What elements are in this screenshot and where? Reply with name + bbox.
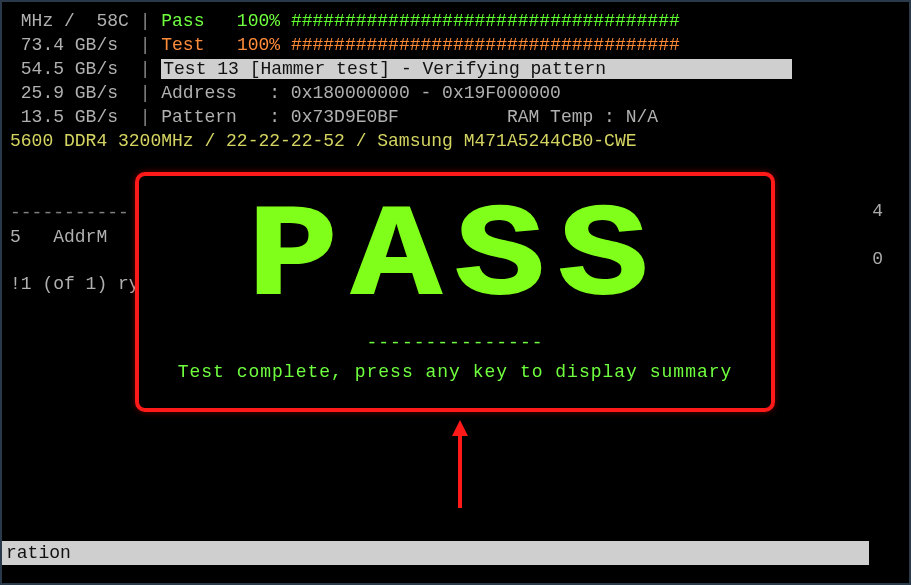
pass-label: Pass (161, 11, 204, 31)
line-pass: MHz / 58C | Pass 100% ##################… (10, 10, 909, 34)
current-test: Test 13 [Hammer test] - Verifying patter… (161, 59, 792, 79)
footer-bar: ration (2, 541, 869, 565)
line-testname: 54.5 GB/s | Test 13 [Hammer test] - Veri… (10, 58, 909, 82)
line-test: 73.4 GB/s | Test 100% ##################… (10, 34, 909, 58)
pass-message: Test complete, press any key to display … (139, 361, 771, 384)
right-num-1: 4 (872, 200, 883, 223)
pass-separator: --------------- (139, 332, 771, 355)
line-pattern: 13.5 GB/s | Pattern : 0x73D9E0BF RAM Tem… (10, 106, 909, 130)
ram-info: 5600 DDR4 3200MHz / 22-22-22-52 / Samsun… (10, 130, 909, 154)
pass-title: PASS (92, 194, 819, 324)
line-address: 25.9 GB/s | Address : 0x180000000 - 0x19… (10, 82, 909, 106)
svg-marker-1 (452, 420, 468, 436)
pass-bar: #################################### (291, 11, 680, 31)
right-num-2: 0 (872, 248, 883, 271)
annotation-arrow-icon (450, 420, 470, 500)
pass-dialog[interactable]: PASS --------------- Test complete, pres… (135, 172, 775, 412)
test-bar: #################################### (291, 35, 680, 55)
test-label: Test (161, 35, 204, 55)
